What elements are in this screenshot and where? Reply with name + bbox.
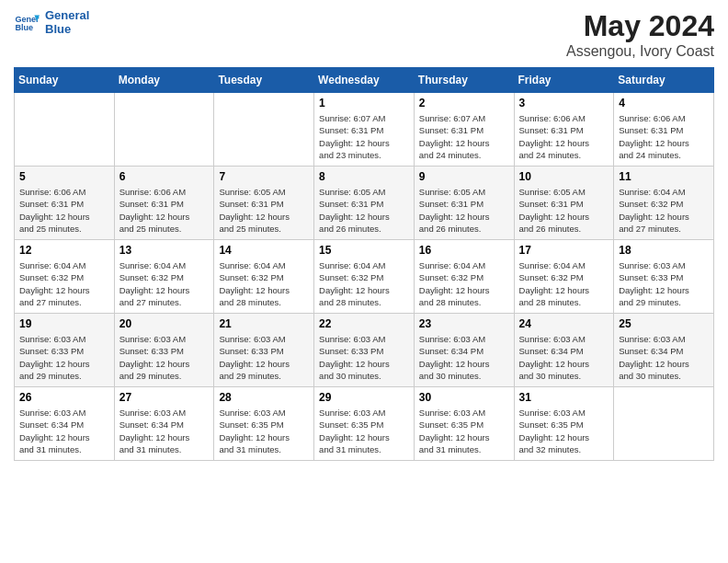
day-info: Sunrise: 6:03 AM Sunset: 6:34 PM Dayligh…: [519, 333, 609, 382]
day-info: Sunrise: 6:03 AM Sunset: 6:34 PM Dayligh…: [119, 407, 210, 455]
calendar-cell: 13Sunrise: 6:04 AM Sunset: 6:32 PM Dayli…: [114, 240, 214, 314]
calendar-cell: 1Sunrise: 6:07 AM Sunset: 6:31 PM Daylig…: [314, 93, 415, 167]
calendar-cell: [114, 93, 214, 167]
day-number: 2: [419, 97, 509, 109]
day-number: 17: [519, 244, 609, 257]
calendar-cell: 12Sunrise: 6:04 AM Sunset: 6:32 PM Dayli…: [15, 240, 115, 314]
calendar-subtitle: Assengou, Ivory Coast: [566, 43, 714, 60]
calendar-cell: 27Sunrise: 6:03 AM Sunset: 6:34 PM Dayli…: [114, 387, 214, 461]
day-info: Sunrise: 6:06 AM Sunset: 6:31 PM Dayligh…: [519, 112, 609, 161]
day-info: Sunrise: 6:03 AM Sunset: 6:34 PM Dayligh…: [19, 407, 109, 455]
logo: General Blue General Blue: [14, 9, 89, 37]
calendar-cell: 11Sunrise: 6:04 AM Sunset: 6:32 PM Dayli…: [614, 167, 714, 240]
logo-line1: General: [45, 9, 89, 23]
calendar-cell: 8Sunrise: 6:05 AM Sunset: 6:31 PM Daylig…: [314, 167, 415, 240]
calendar-cell: 2Sunrise: 6:07 AM Sunset: 6:31 PM Daylig…: [414, 93, 514, 167]
weekday-header-friday: Friday: [514, 68, 614, 93]
day-number: 29: [319, 391, 409, 404]
calendar-week-3: 12Sunrise: 6:04 AM Sunset: 6:32 PM Dayli…: [15, 240, 714, 314]
day-number: 12: [19, 244, 109, 257]
day-info: Sunrise: 6:04 AM Sunset: 6:32 PM Dayligh…: [519, 259, 609, 308]
calendar-cell: 16Sunrise: 6:04 AM Sunset: 6:32 PM Dayli…: [414, 240, 514, 314]
day-info: Sunrise: 6:04 AM Sunset: 6:32 PM Dayligh…: [119, 259, 210, 308]
day-info: Sunrise: 6:03 AM Sunset: 6:33 PM Dayligh…: [19, 333, 109, 382]
calendar-cell: 7Sunrise: 6:05 AM Sunset: 6:31 PM Daylig…: [214, 167, 314, 240]
day-info: Sunrise: 6:05 AM Sunset: 6:31 PM Dayligh…: [519, 186, 609, 235]
day-number: 3: [519, 97, 609, 109]
logo-line2: Blue: [45, 23, 89, 37]
day-info: Sunrise: 6:03 AM Sunset: 6:35 PM Dayligh…: [219, 407, 309, 455]
calendar-cell: 4Sunrise: 6:06 AM Sunset: 6:31 PM Daylig…: [614, 93, 714, 167]
day-number: 10: [519, 170, 609, 183]
day-number: 26: [19, 391, 109, 404]
day-number: 13: [119, 244, 210, 257]
day-info: Sunrise: 6:06 AM Sunset: 6:31 PM Dayligh…: [619, 112, 709, 161]
weekday-header-thursday: Thursday: [414, 68, 514, 93]
day-number: 8: [319, 170, 409, 183]
calendar-cell: 6Sunrise: 6:06 AM Sunset: 6:31 PM Daylig…: [114, 167, 214, 240]
calendar-title: May 2024: [566, 9, 714, 43]
day-number: 7: [219, 170, 309, 183]
day-number: 31: [519, 391, 609, 404]
calendar-cell: 31Sunrise: 6:03 AM Sunset: 6:35 PM Dayli…: [514, 387, 614, 461]
day-info: Sunrise: 6:04 AM Sunset: 6:32 PM Dayligh…: [419, 259, 509, 308]
day-number: 14: [219, 244, 309, 257]
day-info: Sunrise: 6:04 AM Sunset: 6:32 PM Dayligh…: [219, 259, 309, 308]
day-info: Sunrise: 6:04 AM Sunset: 6:32 PM Dayligh…: [619, 186, 709, 235]
day-info: Sunrise: 6:03 AM Sunset: 6:35 PM Dayligh…: [519, 407, 609, 455]
day-info: Sunrise: 6:05 AM Sunset: 6:31 PM Dayligh…: [219, 186, 309, 235]
day-number: 18: [619, 244, 709, 257]
day-number: 11: [619, 170, 709, 183]
calendar-table: SundayMondayTuesdayWednesdayThursdayFrid…: [14, 67, 714, 461]
day-info: Sunrise: 6:03 AM Sunset: 6:33 PM Dayligh…: [119, 333, 210, 382]
day-info: Sunrise: 6:07 AM Sunset: 6:31 PM Dayligh…: [419, 112, 509, 161]
calendar-cell: 22Sunrise: 6:03 AM Sunset: 6:33 PM Dayli…: [314, 314, 415, 387]
calendar-week-4: 19Sunrise: 6:03 AM Sunset: 6:33 PM Dayli…: [15, 314, 714, 387]
logo-icon: General Blue: [14, 10, 40, 36]
calendar-week-2: 5Sunrise: 6:06 AM Sunset: 6:31 PM Daylig…: [15, 167, 714, 240]
calendar-cell: 20Sunrise: 6:03 AM Sunset: 6:33 PM Dayli…: [114, 314, 214, 387]
day-number: 25: [619, 317, 709, 330]
day-number: 19: [19, 317, 109, 330]
day-number: 23: [419, 317, 509, 330]
calendar-cell: 10Sunrise: 6:05 AM Sunset: 6:31 PM Dayli…: [514, 167, 614, 240]
weekday-header-sunday: Sunday: [15, 68, 115, 93]
day-info: Sunrise: 6:07 AM Sunset: 6:31 PM Dayligh…: [319, 112, 409, 161]
day-info: Sunrise: 6:03 AM Sunset: 6:35 PM Dayligh…: [319, 407, 409, 455]
weekday-header-wednesday: Wednesday: [314, 68, 415, 93]
calendar-week-5: 26Sunrise: 6:03 AM Sunset: 6:34 PM Dayli…: [15, 387, 714, 461]
calendar-cell: [15, 93, 115, 167]
calendar-cell: 5Sunrise: 6:06 AM Sunset: 6:31 PM Daylig…: [15, 167, 115, 240]
day-info: Sunrise: 6:04 AM Sunset: 6:32 PM Dayligh…: [19, 259, 109, 308]
calendar-cell: 28Sunrise: 6:03 AM Sunset: 6:35 PM Dayli…: [214, 387, 314, 461]
day-number: 22: [319, 317, 409, 330]
day-number: 24: [519, 317, 609, 330]
day-info: Sunrise: 6:03 AM Sunset: 6:33 PM Dayligh…: [619, 259, 709, 308]
day-number: 6: [119, 170, 210, 183]
day-info: Sunrise: 6:05 AM Sunset: 6:31 PM Dayligh…: [419, 186, 509, 235]
calendar-cell: 3Sunrise: 6:06 AM Sunset: 6:31 PM Daylig…: [514, 93, 614, 167]
calendar-cell: [214, 93, 314, 167]
day-number: 16: [419, 244, 509, 257]
calendar-body: 1Sunrise: 6:07 AM Sunset: 6:31 PM Daylig…: [15, 93, 714, 461]
calendar-cell: 21Sunrise: 6:03 AM Sunset: 6:33 PM Dayli…: [214, 314, 314, 387]
day-info: Sunrise: 6:03 AM Sunset: 6:34 PM Dayligh…: [619, 333, 709, 382]
day-info: Sunrise: 6:05 AM Sunset: 6:31 PM Dayligh…: [319, 186, 409, 235]
day-info: Sunrise: 6:03 AM Sunset: 6:34 PM Dayligh…: [419, 333, 509, 382]
calendar-cell: 29Sunrise: 6:03 AM Sunset: 6:35 PM Dayli…: [314, 387, 415, 461]
calendar-cell: 23Sunrise: 6:03 AM Sunset: 6:34 PM Dayli…: [414, 314, 514, 387]
day-number: 27: [119, 391, 210, 404]
calendar-cell: 25Sunrise: 6:03 AM Sunset: 6:34 PM Dayli…: [614, 314, 714, 387]
calendar-cell: 30Sunrise: 6:03 AM Sunset: 6:35 PM Dayli…: [414, 387, 514, 461]
calendar-cell: 19Sunrise: 6:03 AM Sunset: 6:33 PM Dayli…: [15, 314, 115, 387]
title-area: May 2024 Assengou, Ivory Coast: [566, 9, 714, 60]
calendar-header: SundayMondayTuesdayWednesdayThursdayFrid…: [15, 68, 714, 93]
day-number: 5: [19, 170, 109, 183]
day-number: 15: [319, 244, 409, 257]
day-number: 20: [119, 317, 210, 330]
calendar-cell: 18Sunrise: 6:03 AM Sunset: 6:33 PM Dayli…: [614, 240, 714, 314]
calendar-cell: 17Sunrise: 6:04 AM Sunset: 6:32 PM Dayli…: [514, 240, 614, 314]
day-number: 30: [419, 391, 509, 404]
day-info: Sunrise: 6:04 AM Sunset: 6:32 PM Dayligh…: [319, 259, 409, 308]
svg-text:Blue: Blue: [15, 23, 33, 32]
